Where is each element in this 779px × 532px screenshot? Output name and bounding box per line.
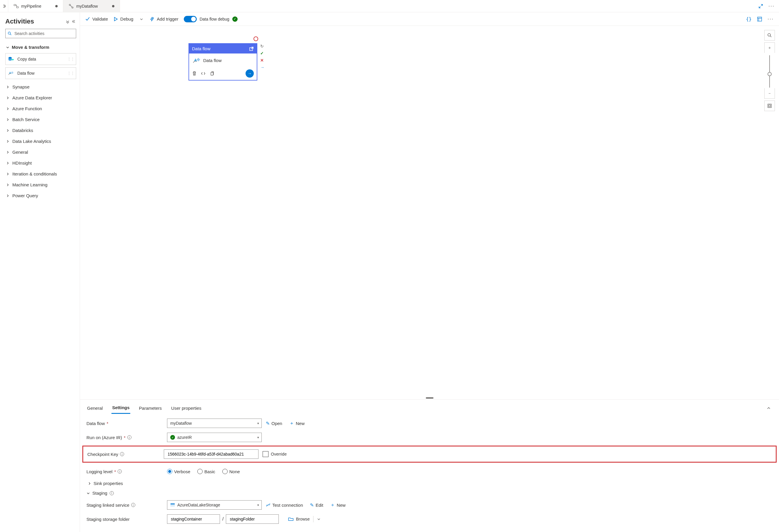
browse-button[interactable]: Browse — [296, 517, 310, 521]
dataflow-node-icon — [193, 56, 200, 64]
svg-rect-8 — [758, 17, 762, 21]
dataflow-select[interactable]: myDataflow ▾ — [167, 418, 262, 428]
sidebar-collapse-left-icon[interactable] — [72, 19, 76, 23]
staging-folder-input[interactable] — [229, 517, 271, 522]
info-icon[interactable]: i — [110, 491, 114, 495]
copy-icon[interactable] — [210, 71, 215, 76]
code-icon[interactable] — [201, 71, 205, 76]
info-icon[interactable]: i — [120, 452, 124, 456]
edit-linked-button[interactable]: ✎Edit — [310, 502, 323, 508]
dataflow-debug-toggle[interactable] — [184, 16, 197, 22]
tab-mydataflow[interactable]: myDataflow — [63, 0, 120, 12]
activity-data-flow[interactable]: Data flow ⋮⋮ — [5, 67, 76, 79]
tab-mypipeline[interactable]: myPipeline — [8, 0, 63, 12]
expand-icon[interactable] — [759, 4, 764, 8]
status-ok-icon: ✓ — [170, 435, 175, 440]
svg-rect-11 — [211, 72, 213, 75]
props-tab-settings[interactable]: Settings — [112, 403, 130, 414]
properties-icon[interactable] — [757, 16, 762, 22]
staging-linked-select[interactable]: AzureDataLakeStorage ▾ — [167, 500, 262, 510]
canvas-search-button[interactable] — [764, 30, 775, 41]
activities-search[interactable] — [5, 29, 76, 38]
panel-resize-handle[interactable] — [80, 397, 779, 399]
tab-label: myDataflow — [76, 4, 98, 8]
debug-dropdown-icon[interactable] — [138, 17, 144, 21]
node-skip-icon[interactable]: → — [260, 65, 264, 70]
radio-verbose[interactable]: Verbose — [167, 469, 190, 474]
group-iteration-conditionals[interactable]: Iteration & conditionals — [5, 169, 76, 179]
info-icon[interactable]: i — [127, 435, 131, 440]
open-dataflow-button[interactable]: ✎Open — [266, 420, 282, 426]
dataflow-activity-node[interactable]: Data flow Data flow → — [189, 44, 257, 80]
fit-screen-button[interactable] — [764, 101, 775, 111]
label-run-on: Run on (Azure IR) — [86, 435, 122, 440]
tabs-expand-button[interactable] — [0, 0, 8, 12]
group-synapse[interactable]: Synapse — [5, 81, 76, 92]
activity-label: Copy data — [17, 57, 36, 61]
sink-properties-expander[interactable]: Sink properties — [86, 478, 773, 488]
zoom-in-button[interactable]: ＋ — [764, 42, 775, 53]
new-linked-button[interactable]: ＋New — [330, 502, 346, 508]
debug-button[interactable]: Debug — [113, 16, 133, 21]
toolbar-more-icon[interactable]: ··· — [768, 16, 774, 22]
sidebar-collapse-down-icon[interactable] — [66, 19, 70, 23]
info-icon[interactable]: i — [118, 469, 122, 473]
pipeline-icon — [13, 4, 19, 9]
node-failure-icon[interactable]: ✕ — [260, 58, 264, 63]
add-trigger-button[interactable]: Add trigger — [150, 16, 178, 21]
override-checkbox[interactable] — [262, 451, 268, 457]
group-hdinsight[interactable]: HDInsight — [5, 157, 76, 169]
props-tab-parameters[interactable]: Parameters — [138, 403, 163, 413]
activity-label: Data flow — [17, 71, 35, 75]
open-external-icon[interactable] — [249, 47, 254, 51]
node-next-icon[interactable]: → — [246, 69, 254, 78]
play-icon — [113, 17, 118, 21]
label-data-flow: Data flow — [86, 421, 105, 426]
svg-rect-16 — [171, 504, 175, 505]
json-code-icon[interactable]: {} — [746, 16, 752, 22]
validate-button[interactable]: Validate — [85, 16, 108, 21]
check-icon — [85, 17, 90, 21]
delete-icon[interactable] — [192, 71, 197, 76]
node-name: Data flow — [203, 58, 222, 63]
activity-copy-data[interactable]: Copy data ⋮⋮ — [5, 53, 76, 65]
group-general[interactable]: General — [5, 147, 76, 157]
chevron-down-icon: ▾ — [257, 503, 259, 507]
activities-search-input[interactable] — [5, 29, 76, 38]
label-staging-folder: Staging storage folder — [86, 517, 130, 522]
browse-dropdown-icon[interactable] — [317, 517, 320, 521]
group-power-query[interactable]: Power Query — [5, 190, 76, 201]
label-checkpoint: Checkpoint Key — [87, 452, 118, 457]
staging-container-input[interactable] — [170, 517, 212, 522]
dataflow-debug-label: Data flow debug — [200, 17, 229, 21]
test-connection-button[interactable]: Test connection — [266, 503, 303, 508]
more-icon[interactable]: ··· — [768, 3, 774, 9]
node-success-icon[interactable]: ✓ — [260, 51, 264, 56]
tab-dirty-indicator — [112, 5, 114, 7]
checkpoint-key-input[interactable] — [167, 452, 250, 457]
props-tab-general[interactable]: General — [86, 403, 103, 413]
group-data-lake-analytics[interactable]: Data Lake Analytics — [5, 136, 76, 147]
staging-expander[interactable]: Staging i — [86, 488, 773, 498]
pipeline-canvas[interactable]: Data flow Data flow → — [80, 26, 779, 397]
group-machine-learning[interactable]: Machine Learning — [5, 179, 76, 190]
run-on-select[interactable]: ✓ azureIR ▾ — [167, 433, 262, 442]
new-dataflow-button[interactable]: ＋New — [289, 420, 305, 426]
radio-none[interactable]: None — [222, 469, 240, 474]
group-databricks[interactable]: Databricks — [5, 125, 76, 136]
group-move-transform[interactable]: Move & transform — [5, 42, 76, 52]
props-collapse-icon[interactable] — [767, 406, 773, 410]
group-batch-service[interactable]: Batch Service — [5, 114, 76, 125]
group-azure-data-explorer[interactable]: Azure Data Explorer — [5, 92, 76, 103]
node-retry-icon[interactable]: ↻ — [260, 44, 264, 49]
zoom-out-button[interactable]: － — [764, 88, 775, 99]
radio-basic[interactable]: Basic — [197, 469, 215, 474]
connection-icon — [266, 503, 271, 507]
label-logging: Logging level — [86, 469, 112, 474]
group-azure-function[interactable]: Azure Function — [5, 103, 76, 114]
info-icon[interactable]: i — [131, 503, 135, 507]
label-override: Override — [271, 452, 287, 457]
zoom-slider[interactable] — [764, 55, 775, 87]
tab-label: myPipeline — [21, 4, 41, 8]
props-tab-user-properties[interactable]: User properties — [171, 403, 202, 413]
